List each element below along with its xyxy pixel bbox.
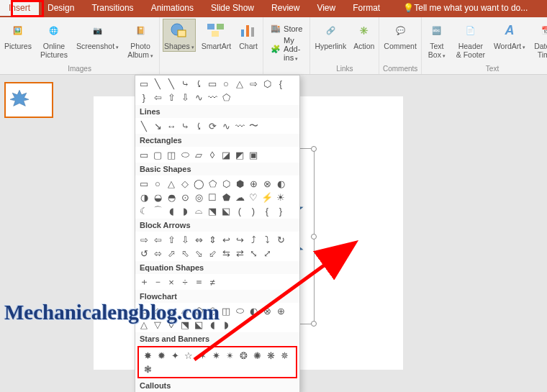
shape-ua[interactable]: ⇧ (166, 91, 177, 103)
b9[interactable]: ⊕ (248, 178, 259, 189)
wordart-button[interactable]: A WordArt (492, 19, 527, 52)
rect-7[interactable]: ◪ (220, 149, 232, 160)
shape-rect[interactable]: ▭ (207, 78, 218, 89)
b22[interactable]: ☀ (275, 191, 286, 203)
hyperlink-button[interactable]: 🔗 Hyperlink (313, 19, 348, 52)
b2[interactable]: ○ (152, 178, 163, 189)
resize-handle-ne[interactable] (311, 146, 317, 152)
tab-design[interactable]: Design (39, 0, 83, 16)
shape-conn2[interactable]: ⤹ (193, 78, 204, 89)
b4[interactable]: ◇ (179, 178, 191, 189)
a1[interactable]: ⇨ (138, 234, 150, 245)
line-8[interactable]: 〰 (234, 120, 245, 132)
shape-oval[interactable]: ○ (220, 78, 232, 89)
shape-la[interactable]: ⇦ (152, 91, 163, 103)
a3[interactable]: ⇧ (166, 234, 177, 245)
a14[interactable]: ⬀ (166, 247, 177, 259)
b33[interactable]: } (275, 205, 286, 216)
textbox-button[interactable]: 🔤 Text Box (425, 19, 449, 60)
b18[interactable]: ⬟ (220, 191, 232, 203)
shape-da[interactable]: ⇩ (179, 91, 191, 103)
b28[interactable]: ⬔ (207, 205, 218, 216)
b30[interactable]: ( (234, 205, 245, 216)
b12[interactable]: ◑ (138, 191, 150, 203)
star-4pt[interactable]: ✦ (169, 350, 181, 361)
b17[interactable]: ☐ (207, 191, 218, 203)
b3[interactable]: △ (166, 178, 177, 189)
line-6[interactable]: ⟳ (207, 120, 218, 132)
e2[interactable]: － (152, 276, 163, 288)
line-7[interactable]: ∿ (220, 120, 232, 132)
b7[interactable]: ⬡ (220, 178, 232, 189)
b6[interactable]: ⬠ (207, 178, 218, 189)
tab-slideshow[interactable]: Slide Show (202, 0, 263, 16)
rect-9[interactable]: ▣ (248, 149, 259, 160)
rect-2[interactable]: ▢ (152, 149, 163, 160)
shape-line2[interactable]: ╲ (166, 78, 177, 89)
b15[interactable]: ⊙ (179, 191, 191, 203)
action-button[interactable]: ✳️ Action (352, 19, 376, 52)
rect-4[interactable]: ⬭ (179, 149, 191, 160)
b19[interactable]: ☁ (234, 191, 245, 203)
b20[interactable]: ♡ (248, 191, 259, 203)
e3[interactable]: × (166, 276, 177, 288)
a12[interactable]: ↺ (138, 247, 150, 259)
b10[interactable]: ⊗ (261, 178, 273, 189)
b25[interactable]: ◖ (166, 205, 177, 216)
shape-ra[interactable]: ⇨ (248, 78, 259, 89)
line-4[interactable]: ⤷ (179, 120, 191, 132)
line-5[interactable]: ⤹ (193, 120, 204, 132)
b23[interactable]: ☾ (138, 205, 150, 216)
shape-free[interactable]: 〰 (207, 91, 218, 103)
tab-review[interactable]: Review (263, 0, 308, 16)
b11[interactable]: ◐ (275, 178, 286, 189)
b29[interactable]: ⬕ (220, 205, 232, 216)
shape-hex[interactable]: ⬡ (261, 78, 273, 89)
rect-6[interactable]: ◊ (207, 149, 218, 160)
tab-view[interactable]: View (308, 0, 344, 16)
a13[interactable]: ⬄ (152, 247, 163, 259)
b21[interactable]: ⚡ (261, 191, 273, 203)
star-32pt[interactable]: ❃ (142, 363, 153, 375)
chart-button[interactable]: Chart (237, 19, 260, 52)
tab-animations[interactable]: Animations (143, 0, 202, 16)
shape-curve[interactable]: ∿ (193, 91, 204, 103)
b32[interactable]: { (261, 205, 273, 216)
shape-brace1[interactable]: { (275, 78, 286, 89)
tab-transitions[interactable]: Transitions (83, 0, 142, 16)
comment-button[interactable]: 💬 Comment (382, 19, 418, 52)
b24[interactable]: ⌒ (152, 205, 163, 216)
slide-thumbnail-1[interactable] (4, 82, 53, 118)
shape-poly[interactable]: ⬠ (220, 91, 232, 103)
b1[interactable]: ▭ (138, 178, 150, 189)
tab-format[interactable]: Format (344, 0, 389, 16)
store-button[interactable]: 🏬 Store (269, 23, 304, 34)
tab-insert[interactable]: Insert (0, 0, 39, 16)
shape-line1[interactable]: ╲ (152, 78, 163, 89)
shape-brace2[interactable]: } (138, 91, 150, 103)
b8[interactable]: ⬢ (234, 178, 245, 189)
rect-5[interactable]: ▱ (193, 149, 204, 160)
b16[interactable]: ◎ (193, 191, 204, 203)
photo-album-button[interactable]: 📔 Photo Album (125, 19, 156, 60)
rect-8[interactable]: ◩ (234, 149, 245, 160)
shape-textbox[interactable]: ▭ (138, 78, 150, 89)
shapes-button[interactable]: Shapes (163, 19, 196, 52)
line-9[interactable]: 〜 (248, 120, 259, 132)
b5[interactable]: ◯ (193, 178, 204, 189)
screenshot-button[interactable]: 📷 Screenshot (75, 19, 120, 52)
line-1[interactable]: ╲ (138, 120, 150, 132)
pictures-button[interactable]: 🖼️ Pictures (3, 19, 33, 52)
tell-me[interactable]: 💡 Tell me what you want to do... (389, 0, 536, 16)
e1[interactable]: ＋ (138, 276, 150, 288)
headerfooter-button[interactable]: 📄 Header & Footer (453, 19, 488, 60)
online-pictures-button[interactable]: 🌐 Online Pictures (37, 19, 71, 60)
shape-tri[interactable]: △ (234, 78, 245, 89)
line-2[interactable]: ↘ (152, 120, 163, 132)
b13[interactable]: ◒ (152, 191, 163, 203)
b27[interactable]: ⌓ (193, 205, 204, 216)
b26[interactable]: ◗ (179, 205, 191, 216)
b14[interactable]: ◓ (166, 191, 177, 203)
star-explosion2[interactable]: ✹ (155, 350, 167, 361)
datetime-button[interactable]: 📅 Date & Time (531, 19, 547, 60)
